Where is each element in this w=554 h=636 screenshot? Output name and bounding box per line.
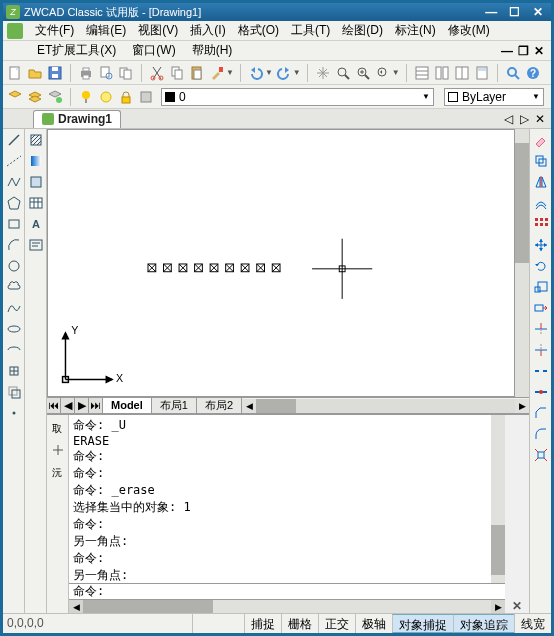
menu-insert[interactable]: 插入(I) (184, 20, 231, 41)
tab-layout2[interactable]: 布局2 (197, 398, 242, 413)
cmd-vertical-scrollbar[interactable] (491, 415, 505, 583)
explode-icon[interactable] (532, 446, 550, 464)
layer-select[interactable]: 0 ▼ (161, 88, 434, 106)
mdi-minimize-button[interactable]: — (499, 44, 515, 58)
cmd-icon-2[interactable] (49, 441, 67, 459)
chamfer-icon[interactable] (532, 404, 550, 422)
drawing-canvas[interactable]: Y X (47, 129, 515, 397)
mdi-restore-button[interactable]: ❐ (515, 44, 531, 58)
status-snap-button[interactable]: 捕捉 (244, 614, 281, 633)
cmd-icon-3[interactable]: 沅 (49, 463, 67, 481)
cmd-icon-1[interactable]: 取 (49, 419, 67, 437)
gradient-icon[interactable] (27, 152, 45, 170)
ellipse-arc-icon[interactable] (5, 341, 23, 359)
doc-close-button[interactable]: ✕ (533, 112, 547, 126)
status-grid-button[interactable]: 栅格 (281, 614, 318, 633)
zoom-previous-icon[interactable] (374, 64, 392, 82)
tab-next-button[interactable]: ▶ (75, 398, 89, 413)
layer-freeze-icon[interactable] (97, 88, 115, 106)
menu-view[interactable]: 视图(V) (132, 20, 184, 41)
publish-icon[interactable] (117, 64, 135, 82)
revision-cloud-icon[interactable] (5, 278, 23, 296)
rotate-icon[interactable] (532, 257, 550, 275)
maximize-button[interactable]: ☐ (505, 5, 525, 19)
copy-obj-icon[interactable] (532, 152, 550, 170)
doc-prev-button[interactable]: ◁ (501, 112, 515, 126)
menu-et[interactable]: ET扩展工具(X) (29, 40, 124, 61)
tool-palettes-icon[interactable] (453, 64, 471, 82)
layer-previous-icon[interactable] (26, 88, 44, 106)
make-block-icon[interactable] (5, 383, 23, 401)
array-icon[interactable] (532, 215, 550, 233)
canvas-vertical-scrollbar[interactable] (515, 129, 529, 397)
undo-icon[interactable] (247, 64, 265, 82)
doc-next-button[interactable]: ▷ (517, 112, 531, 126)
tab-layout1[interactable]: 布局1 (152, 398, 197, 413)
hatch-icon[interactable] (27, 131, 45, 149)
color-select[interactable]: ByLayer ▼ (444, 88, 544, 106)
open-file-icon[interactable] (26, 64, 44, 82)
insert-block-icon[interactable] (5, 362, 23, 380)
line-icon[interactable] (5, 131, 23, 149)
point-icon[interactable] (5, 404, 23, 422)
tab-prev-button[interactable]: ◀ (61, 398, 75, 413)
layer-on-icon[interactable] (77, 88, 95, 106)
mtext-icon[interactable] (27, 236, 45, 254)
menu-help[interactable]: 帮助(H) (184, 40, 241, 61)
polygon-icon[interactable] (5, 194, 23, 212)
pan-icon[interactable] (314, 64, 332, 82)
document-tab-active[interactable]: Drawing1 (33, 110, 121, 128)
polyline-icon[interactable] (5, 173, 23, 191)
menu-window[interactable]: 窗口(W) (124, 40, 183, 61)
calculator-icon[interactable] (473, 64, 491, 82)
layer-lock-icon[interactable] (117, 88, 135, 106)
find-icon[interactable] (504, 64, 522, 82)
tab-first-button[interactable]: ⏮ (47, 398, 61, 413)
tab-last-button[interactable]: ⏭ (89, 398, 103, 413)
circle-icon[interactable] (5, 257, 23, 275)
extend-icon[interactable] (532, 341, 550, 359)
layer-manager-icon[interactable] (6, 88, 24, 106)
cmd-horizontal-scrollbar[interactable]: ◀ ▶ (69, 599, 505, 613)
menu-file[interactable]: 文件(F) (29, 20, 80, 41)
print-preview-icon[interactable] (97, 64, 115, 82)
cmd-scroll-right-icon[interactable]: ▶ (491, 600, 505, 613)
region-icon[interactable] (27, 173, 45, 191)
print-icon[interactable] (77, 64, 95, 82)
scroll-left-arrow-icon[interactable]: ◀ (242, 399, 256, 413)
move-icon[interactable] (532, 236, 550, 254)
erase-icon[interactable] (532, 131, 550, 149)
cmd-scroll-left-icon[interactable]: ◀ (69, 600, 83, 613)
trim-icon[interactable] (532, 320, 550, 338)
scale-icon[interactable] (532, 278, 550, 296)
construction-line-icon[interactable] (5, 152, 23, 170)
zoom-dropdown-arrow-icon[interactable]: ▼ (392, 68, 400, 77)
doc-menu-icon[interactable] (7, 23, 23, 39)
arc-icon[interactable] (5, 236, 23, 254)
canvas-horizontal-scrollbar[interactable]: ◀ ▶ (242, 399, 529, 413)
break-icon[interactable] (532, 362, 550, 380)
design-center-icon[interactable] (433, 64, 451, 82)
command-input[interactable]: 命令: (69, 583, 505, 599)
status-otrack-button[interactable]: 对象追踪 (453, 614, 514, 633)
copy-icon[interactable] (168, 64, 186, 82)
text-icon[interactable]: A (27, 215, 45, 233)
status-ortho-button[interactable]: 正交 (318, 614, 355, 633)
match-properties-icon[interactable] (208, 64, 226, 82)
table-icon[interactable] (27, 194, 45, 212)
paste-dropdown-arrow-icon[interactable]: ▼ (226, 68, 234, 77)
zoom-window-icon[interactable] (354, 64, 372, 82)
new-file-icon[interactable] (6, 64, 24, 82)
menu-annotate[interactable]: 标注(N) (389, 20, 442, 41)
redo-dropdown-arrow-icon[interactable]: ▼ (293, 68, 301, 77)
layer-states-icon[interactable] (46, 88, 64, 106)
undo-dropdown-arrow-icon[interactable]: ▼ (265, 68, 273, 77)
tab-model[interactable]: Model (103, 398, 152, 413)
help-icon[interactable]: ? (524, 64, 542, 82)
menu-format[interactable]: 格式(O) (232, 20, 285, 41)
status-polar-button[interactable]: 极轴 (355, 614, 392, 633)
menu-draw[interactable]: 绘图(D) (336, 20, 389, 41)
menu-edit[interactable]: 编辑(E) (80, 20, 132, 41)
layer-color-icon[interactable] (137, 88, 155, 106)
fillet-icon[interactable] (532, 425, 550, 443)
